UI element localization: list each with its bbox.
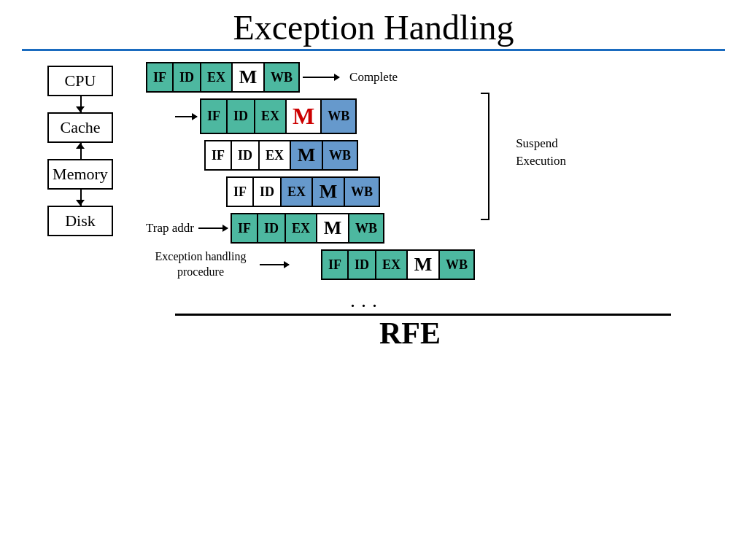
stage-EX-1: EX [201,63,233,91]
stage-M-4: M [313,178,345,206]
stage-ID-5: ID [258,214,286,242]
stage-ID-2: ID [228,100,255,133]
ellipsis: ... [350,289,725,312]
page: Exception Handling CPU Cache Memory Disk… [0,0,747,560]
complete-label: Complete [349,70,398,85]
pipeline-stages-1: IF ID EX M WB [146,62,300,93]
bottom-section: ... RFE [175,289,725,351]
pipeline-stages-5: IF ID EX M WB [231,213,384,244]
pipeline-stages-4: IF ID EX M WB [226,176,380,207]
stage-WB-3: WB [323,141,357,169]
stage-ID-4: ID [254,178,282,206]
pipeline-stages-2: IF ID EX M WB [200,98,357,134]
stage-ID-3: ID [232,141,260,169]
title-underline [22,49,725,51]
stage-IF-6: IF [322,251,349,279]
stage-EX-6: EX [376,251,408,279]
pipeline-row-1: IF ID EX M WB Complete [146,62,475,93]
stage-M-5: M [317,214,349,242]
stage-EX-3: EX [260,141,291,169]
page-title: Exception Handling [22,7,725,47]
stage-ID-6: ID [349,251,376,279]
cache-box: Cache [47,112,113,143]
stage-M-2: M [287,100,322,133]
stage-M-6: M [408,251,440,279]
stage-WB-1: WB [265,63,298,91]
stage-WB-5: WB [349,214,383,242]
stage-WB-4: WB [345,178,379,206]
suspend-bracket [481,93,489,220]
stage-M-1: M [233,63,265,91]
hierarchy-column: CPU Cache Memory Disk [36,66,124,283]
suspend-label: SuspendExecution [516,135,566,170]
disk-box: Disk [47,206,113,236]
rfe-label: RFE [379,316,725,351]
stage-IF-2: IF [201,100,228,133]
cpu-box: CPU [47,66,113,96]
exc-handling-label: Exception handling procedure [146,249,255,280]
trap-addr-label: Trap addr [146,221,194,236]
pipeline-row-5: Trap addr IF ID EX M WB [146,213,475,244]
stage-EX-4: EX [282,178,313,206]
stage-WB-6: WB [440,251,473,279]
pipeline-stages-3: IF ID EX M WB [204,140,358,171]
title-section: Exception Handling [22,7,725,51]
stage-IF-5: IF [232,214,258,242]
stage-WB-2: WB [322,100,355,133]
stage-IF-1: IF [147,63,174,91]
stage-ID-1: ID [174,63,201,91]
stage-EX-5: EX [286,214,317,242]
pipeline-row-3: IF ID EX M WB [204,140,475,171]
pipeline-stages-6: IF ID EX M WB [321,249,475,280]
pipeline-row-6: Exception handling procedure IF ID EX M … [146,249,475,280]
stage-M-3: M [291,141,323,169]
pipeline-row-2: IF ID EX M WB [175,98,475,134]
pipeline-row-4: IF ID EX M WB [226,176,475,207]
stage-EX-2: EX [255,100,287,133]
stage-IF-4: IF [228,178,254,206]
memory-box: Memory [47,159,113,190]
stage-IF-3: IF [206,141,232,169]
